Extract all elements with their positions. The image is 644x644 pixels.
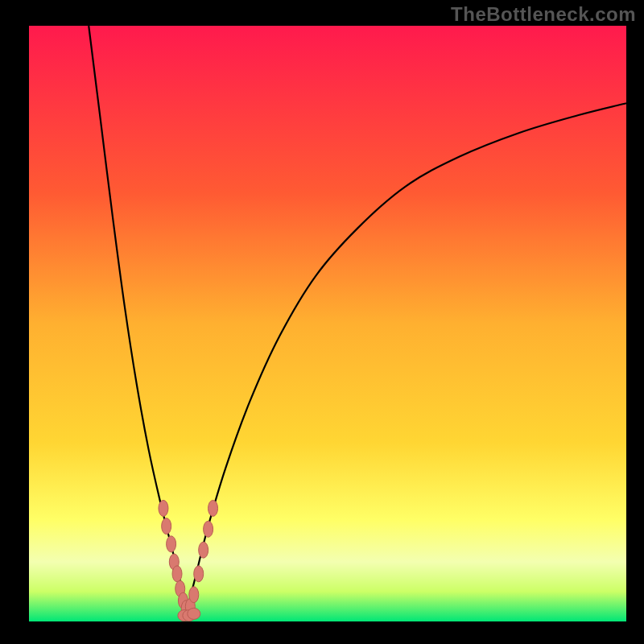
watermark-text: TheBottleneck.com — [451, 3, 636, 26]
data-marker — [159, 500, 168, 516]
bottleneck-chart — [0, 0, 644, 644]
data-marker — [188, 608, 200, 619]
data-marker — [199, 542, 208, 558]
data-marker — [194, 566, 204, 582]
data-marker — [208, 500, 218, 516]
data-marker — [162, 518, 171, 535]
data-marker — [204, 521, 213, 537]
data-marker — [167, 536, 176, 552]
data-marker — [189, 587, 199, 603]
chart-container: { "watermark": "TheBottleneck.com", "col… — [0, 0, 644, 644]
data-marker — [172, 566, 182, 582]
plot-area — [29, 26, 626, 621]
